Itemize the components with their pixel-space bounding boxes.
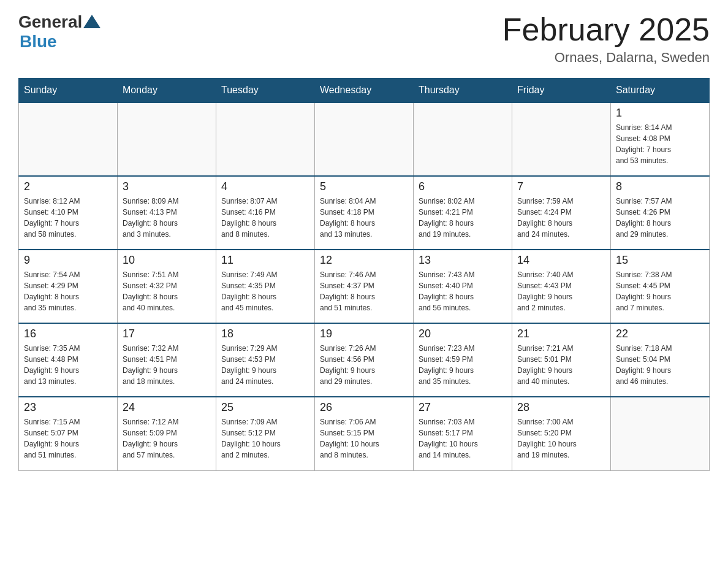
- day-info: Sunrise: 8:07 AMSunset: 4:16 PMDaylight:…: [221, 196, 309, 240]
- day-info: Sunrise: 7:23 AMSunset: 4:59 PMDaylight:…: [419, 343, 507, 387]
- day-info: Sunrise: 7:54 AMSunset: 4:29 PMDaylight:…: [24, 269, 112, 313]
- location-subtitle: Ornaes, Dalarna, Sweden: [502, 50, 710, 66]
- calendar-cell: 11Sunrise: 7:49 AMSunset: 4:35 PMDayligh…: [216, 250, 315, 323]
- calendar-cell: 23Sunrise: 7:15 AMSunset: 5:07 PMDayligh…: [19, 397, 118, 470]
- month-year-title: February 2025: [502, 12, 710, 47]
- calendar-cell: 24Sunrise: 7:12 AMSunset: 5:09 PMDayligh…: [118, 397, 216, 470]
- day-number: 11: [221, 254, 309, 267]
- calendar-cell: [118, 102, 216, 176]
- day-number: 20: [419, 327, 507, 340]
- day-number: 16: [24, 327, 112, 340]
- calendar-cell: 3Sunrise: 8:09 AMSunset: 4:13 PMDaylight…: [118, 176, 216, 250]
- day-number: 27: [419, 401, 507, 414]
- calendar-cell: 1Sunrise: 8:14 AMSunset: 4:08 PMDaylight…: [611, 102, 710, 176]
- calendar-cell: 19Sunrise: 7:26 AMSunset: 4:56 PMDayligh…: [315, 323, 414, 397]
- day-number: 19: [320, 327, 408, 340]
- day-number: 2: [24, 180, 112, 193]
- day-info: Sunrise: 7:40 AMSunset: 4:43 PMDaylight:…: [517, 269, 605, 313]
- calendar-cell: 20Sunrise: 7:23 AMSunset: 4:59 PMDayligh…: [414, 323, 512, 397]
- day-number: 12: [320, 254, 408, 267]
- day-number: 25: [221, 401, 309, 414]
- day-number: 1: [616, 107, 704, 120]
- day-number: 7: [517, 180, 605, 193]
- calendar-cell: [611, 397, 710, 470]
- day-number: 26: [320, 401, 408, 414]
- page-header: General Blue February 2025 Ornaes, Dalar…: [18, 12, 710, 66]
- calendar-cell: [216, 102, 315, 176]
- title-section: February 2025 Ornaes, Dalarna, Sweden: [502, 12, 710, 66]
- calendar-cell: [512, 102, 611, 176]
- day-info: Sunrise: 8:04 AMSunset: 4:18 PMDaylight:…: [320, 196, 408, 240]
- logo-general-text: General: [18, 12, 82, 32]
- day-number: 14: [517, 254, 605, 267]
- day-info: Sunrise: 7:49 AMSunset: 4:35 PMDaylight:…: [221, 269, 309, 313]
- weekday-header-sunday: Sunday: [19, 79, 118, 103]
- day-number: 3: [123, 180, 211, 193]
- weekday-header-thursday: Thursday: [414, 79, 512, 103]
- day-number: 9: [24, 254, 112, 267]
- week-row-5: 23Sunrise: 7:15 AMSunset: 5:07 PMDayligh…: [19, 397, 710, 470]
- day-number: 6: [419, 180, 507, 193]
- day-info: Sunrise: 7:18 AMSunset: 5:04 PMDaylight:…: [616, 343, 704, 387]
- calendar-cell: 17Sunrise: 7:32 AMSunset: 4:51 PMDayligh…: [118, 323, 216, 397]
- weekday-header-friday: Friday: [512, 79, 611, 103]
- day-info: Sunrise: 8:09 AMSunset: 4:13 PMDaylight:…: [123, 196, 211, 240]
- weekday-header-saturday: Saturday: [611, 79, 710, 103]
- weekday-header-monday: Monday: [118, 79, 216, 103]
- week-row-1: 1Sunrise: 8:14 AMSunset: 4:08 PMDaylight…: [19, 102, 710, 176]
- calendar-cell: 9Sunrise: 7:54 AMSunset: 4:29 PMDaylight…: [19, 250, 118, 323]
- logo-triangle-icon: [83, 15, 100, 28]
- weekday-header-wednesday: Wednesday: [315, 79, 414, 103]
- day-info: Sunrise: 8:14 AMSunset: 4:08 PMDaylight:…: [616, 122, 704, 166]
- day-info: Sunrise: 7:35 AMSunset: 4:48 PMDaylight:…: [24, 343, 112, 387]
- day-number: 10: [123, 254, 211, 267]
- day-number: 17: [123, 327, 211, 340]
- day-info: Sunrise: 8:02 AMSunset: 4:21 PMDaylight:…: [419, 196, 507, 240]
- day-info: Sunrise: 7:59 AMSunset: 4:24 PMDaylight:…: [517, 196, 605, 240]
- calendar-cell: 27Sunrise: 7:03 AMSunset: 5:17 PMDayligh…: [414, 397, 512, 470]
- calendar-cell: 22Sunrise: 7:18 AMSunset: 5:04 PMDayligh…: [611, 323, 710, 397]
- week-row-3: 9Sunrise: 7:54 AMSunset: 4:29 PMDaylight…: [19, 250, 710, 323]
- day-number: 28: [517, 401, 605, 414]
- day-info: Sunrise: 7:29 AMSunset: 4:53 PMDaylight:…: [221, 343, 309, 387]
- day-info: Sunrise: 7:12 AMSunset: 5:09 PMDaylight:…: [123, 416, 211, 461]
- day-info: Sunrise: 7:21 AMSunset: 5:01 PMDaylight:…: [517, 343, 605, 387]
- calendar-cell: [19, 102, 118, 176]
- day-info: Sunrise: 7:57 AMSunset: 4:26 PMDaylight:…: [616, 196, 704, 240]
- calendar-cell: [315, 102, 414, 176]
- day-number: 24: [123, 401, 211, 414]
- calendar-cell: 13Sunrise: 7:43 AMSunset: 4:40 PMDayligh…: [414, 250, 512, 323]
- calendar-cell: [414, 102, 512, 176]
- day-number: 5: [320, 180, 408, 193]
- day-number: 23: [24, 401, 112, 414]
- calendar-cell: 8Sunrise: 7:57 AMSunset: 4:26 PMDaylight…: [611, 176, 710, 250]
- week-row-4: 16Sunrise: 7:35 AMSunset: 4:48 PMDayligh…: [19, 323, 710, 397]
- calendar-table: SundayMondayTuesdayWednesdayThursdayFrid…: [18, 78, 710, 471]
- day-number: 22: [616, 327, 704, 340]
- weekday-header-tuesday: Tuesday: [216, 79, 315, 103]
- calendar-cell: 15Sunrise: 7:38 AMSunset: 4:45 PMDayligh…: [611, 250, 710, 323]
- calendar-cell: 18Sunrise: 7:29 AMSunset: 4:53 PMDayligh…: [216, 323, 315, 397]
- day-info: Sunrise: 7:32 AMSunset: 4:51 PMDaylight:…: [123, 343, 211, 387]
- calendar-cell: 26Sunrise: 7:06 AMSunset: 5:15 PMDayligh…: [315, 397, 414, 470]
- day-number: 21: [517, 327, 605, 340]
- calendar-cell: 25Sunrise: 7:09 AMSunset: 5:12 PMDayligh…: [216, 397, 315, 470]
- calendar-cell: 2Sunrise: 8:12 AMSunset: 4:10 PMDaylight…: [19, 176, 118, 250]
- day-info: Sunrise: 8:12 AMSunset: 4:10 PMDaylight:…: [24, 196, 112, 240]
- day-number: 15: [616, 254, 704, 267]
- day-info: Sunrise: 7:15 AMSunset: 5:07 PMDaylight:…: [24, 416, 112, 461]
- day-number: 8: [616, 180, 704, 193]
- calendar-cell: 16Sunrise: 7:35 AMSunset: 4:48 PMDayligh…: [19, 323, 118, 397]
- day-info: Sunrise: 7:51 AMSunset: 4:32 PMDaylight:…: [123, 269, 211, 313]
- day-info: Sunrise: 7:43 AMSunset: 4:40 PMDaylight:…: [419, 269, 507, 313]
- calendar-cell: 28Sunrise: 7:00 AMSunset: 5:20 PMDayligh…: [512, 397, 611, 470]
- calendar-cell: 12Sunrise: 7:46 AMSunset: 4:37 PMDayligh…: [315, 250, 414, 323]
- day-info: Sunrise: 7:03 AMSunset: 5:17 PMDaylight:…: [419, 416, 507, 461]
- day-info: Sunrise: 7:46 AMSunset: 4:37 PMDaylight:…: [320, 269, 408, 313]
- calendar-cell: 21Sunrise: 7:21 AMSunset: 5:01 PMDayligh…: [512, 323, 611, 397]
- day-number: 4: [221, 180, 309, 193]
- logo: General Blue: [18, 12, 100, 52]
- day-number: 18: [221, 327, 309, 340]
- calendar-cell: 7Sunrise: 7:59 AMSunset: 4:24 PMDaylight…: [512, 176, 611, 250]
- calendar-cell: 14Sunrise: 7:40 AMSunset: 4:43 PMDayligh…: [512, 250, 611, 323]
